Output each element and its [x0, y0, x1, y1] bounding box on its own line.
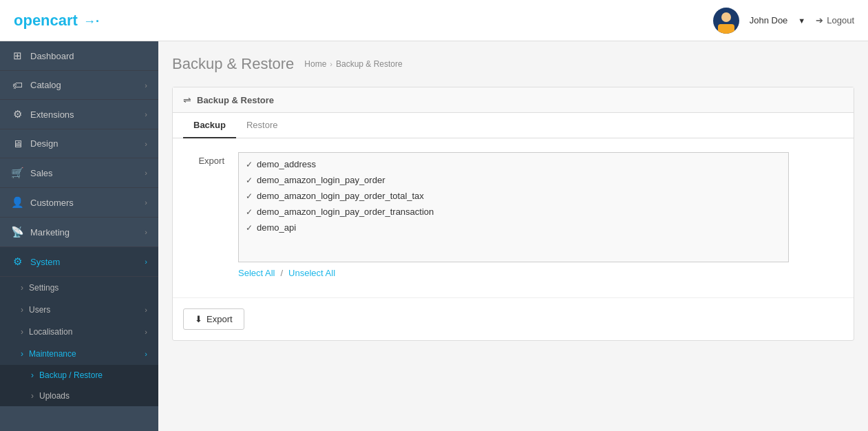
sidebar-item-users[interactable]: › Users ›	[0, 299, 158, 321]
system-arrow: ›	[145, 257, 147, 266]
export-row: Export ✓ demo_address ✓ demo_amazon_logi…	[183, 152, 843, 278]
content-area: Backup & Restore Home › Backup & Restore…	[158, 41, 868, 431]
sidebar-item-localisation[interactable]: › Localisation ›	[0, 321, 158, 343]
list-item: ✓ demo_amazon_login_pay_order_transactio…	[239, 204, 788, 220]
list-item: ✓ demo_amazon_login_pay_order	[239, 172, 788, 188]
design-arrow: ›	[145, 140, 147, 148]
dashboard-icon: ⊞	[11, 50, 23, 62]
avatar	[713, 8, 739, 34]
user-name[interactable]: John Doe	[750, 15, 788, 25]
customers-arrow: ›	[145, 198, 147, 207]
breadcrumb-home[interactable]: Home	[304, 59, 326, 69]
check-icon-1: ✓	[246, 176, 253, 185]
localisation-bullet: ›	[21, 327, 23, 337]
maintenance-bullet: ›	[21, 349, 23, 359]
breadcrumb-separator: ›	[330, 60, 332, 68]
export-list[interactable]: ✓ demo_address ✓ demo_amazon_login_pay_o…	[238, 152, 789, 262]
check-icon-3: ✓	[246, 207, 253, 217]
select-all-link[interactable]: Select All	[238, 268, 275, 278]
sales-arrow: ›	[145, 169, 147, 177]
sidebar-item-uploads[interactable]: › Uploads	[0, 386, 158, 406]
header-right: John Doe ▼ ➔ Logout	[713, 8, 854, 34]
catalog-icon: 🏷	[11, 79, 23, 91]
backup-bullet: ›	[31, 370, 34, 380]
sidebar-item-dashboard[interactable]: ⊞ Dashboard	[0, 41, 158, 71]
system-icon: ⚙	[11, 255, 23, 268]
unselect-all-link[interactable]: Unselect All	[288, 268, 335, 278]
card-header-title: Backup & Restore	[197, 95, 274, 105]
export-btn-icon: ⬇	[195, 314, 202, 324]
tab-backup[interactable]: Backup	[183, 113, 236, 138]
sales-icon: 🛒	[11, 167, 23, 179]
extensions-arrow: ›	[145, 110, 147, 118]
marketing-arrow: ›	[145, 228, 147, 236]
maintenance-arrow: ›	[145, 350, 147, 358]
marketing-icon: 📡	[11, 226, 23, 238]
logout-icon: ➔	[816, 15, 823, 25]
sidebar: ⊞ Dashboard 🏷 Catalog › ⚙ Extensions › 🖥…	[0, 41, 158, 431]
breadcrumb-current: Backup & Restore	[336, 59, 403, 69]
header: opencart →· John Doe ▼ ➔ Logout	[0, 0, 868, 41]
customers-icon: 👤	[11, 196, 23, 209]
export-btn-row: ⬇ Export	[173, 297, 854, 340]
list-item: ✓ demo_address	[239, 156, 788, 172]
select-links: Select All / Unselect All	[238, 268, 789, 278]
users-bullet: ›	[21, 305, 23, 315]
page-title-row: Backup & Restore Home › Backup & Restore	[172, 55, 854, 73]
check-icon-4: ✓	[246, 223, 253, 233]
sidebar-item-catalog[interactable]: 🏷 Catalog ›	[0, 71, 158, 100]
backup-restore-card: ⇌ Backup & Restore Backup Restore Export	[172, 87, 854, 341]
page-title: Backup & Restore	[172, 55, 294, 73]
catalog-arrow: ›	[145, 81, 147, 90]
breadcrumb: Home › Backup & Restore	[304, 59, 402, 69]
card-header-icon: ⇌	[183, 94, 191, 105]
design-icon: 🖥	[11, 138, 23, 149]
export-label: Export	[183, 152, 224, 166]
system-submenu: › Settings › Users › › Localisation › ›	[0, 277, 158, 406]
sidebar-item-sales[interactable]: 🛒 Sales ›	[0, 158, 158, 188]
export-list-wrapper: ✓ demo_address ✓ demo_amazon_login_pay_o…	[238, 152, 789, 278]
extensions-icon: ⚙	[11, 108, 23, 120]
localisation-arrow: ›	[145, 328, 147, 336]
card-header: ⇌ Backup & Restore	[173, 87, 854, 113]
logo-text: opencart →·	[14, 12, 99, 30]
users-arrow: ›	[145, 306, 147, 314]
export-button[interactable]: ⬇ Export	[183, 308, 244, 330]
sidebar-item-settings[interactable]: › Settings	[0, 277, 158, 299]
sidebar-item-marketing[interactable]: 📡 Marketing ›	[0, 218, 158, 247]
tabs: Backup Restore	[173, 113, 854, 138]
tab-content-backup: Export ✓ demo_address ✓ demo_amazon_logi…	[173, 138, 854, 297]
sidebar-item-backup-restore[interactable]: › Backup / Restore	[0, 365, 158, 386]
sidebar-item-design[interactable]: 🖥 Design ›	[0, 129, 158, 158]
list-item: ✓ demo_api	[239, 220, 788, 235]
main-layout: ⊞ Dashboard 🏷 Catalog › ⚙ Extensions › 🖥…	[0, 41, 868, 431]
sidebar-item-system[interactable]: ⚙ System ›	[0, 247, 158, 277]
maintenance-submenu: › Backup / Restore › Uploads	[0, 365, 158, 406]
sidebar-item-customers[interactable]: 👤 Customers ›	[0, 188, 158, 218]
logo: opencart →·	[14, 12, 99, 30]
logout-button[interactable]: ➔ Logout	[816, 15, 854, 25]
uploads-bullet: ›	[31, 391, 34, 401]
sidebar-item-maintenance[interactable]: › Maintenance ›	[0, 343, 158, 365]
check-icon-0: ✓	[246, 160, 253, 169]
user-dropdown-arrow[interactable]: ▼	[798, 17, 805, 25]
list-item: ✓ demo_amazon_login_pay_order_total_tax	[239, 188, 788, 204]
sidebar-item-extensions[interactable]: ⚙ Extensions ›	[0, 100, 158, 129]
tab-restore[interactable]: Restore	[236, 113, 288, 138]
settings-bullet: ›	[21, 283, 23, 293]
check-icon-2: ✓	[246, 191, 253, 201]
select-divider: /	[280, 268, 283, 278]
